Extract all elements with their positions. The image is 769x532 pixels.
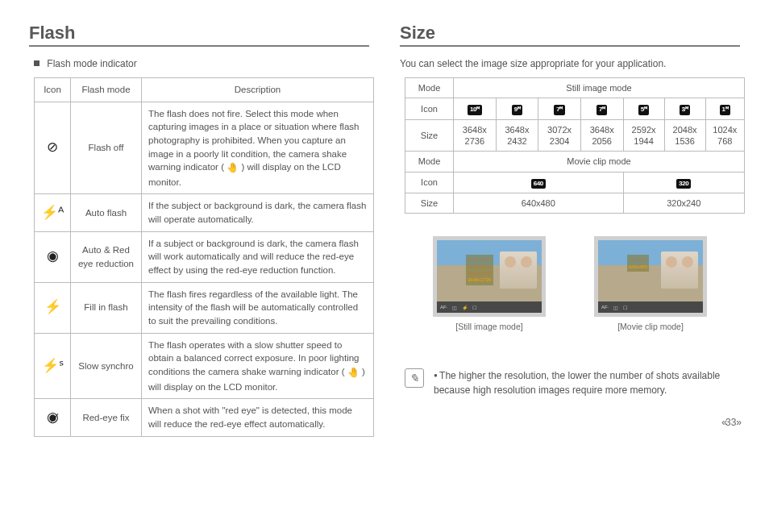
res-badge-3m: 3ᴹ [680, 105, 690, 114]
still-mode-preview: 3648x2056 3072x2304 3648x2432 3648x2736 … [433, 236, 546, 317]
fill-flash-icon: ⚡ [35, 282, 71, 333]
size-movie-title: Movie clip mode [454, 152, 745, 172]
size-cell: 3648x 2432 [496, 119, 538, 152]
res-badge-10m: 10ᴹ [468, 105, 481, 114]
size-intro: You can select the image size appropriat… [400, 58, 740, 69]
movie-preview-caption: [Movie clip mode] [617, 322, 684, 331]
size-cell: 2048x 1536 [664, 119, 705, 152]
table-row: ◉ Auto & Red eye reduction If a subject … [35, 231, 374, 282]
flash-intro-text: Flash mode indicator [47, 58, 136, 69]
redeye-fix-icon: ◉̷ [35, 399, 71, 436]
photo-thumbnail [661, 251, 698, 289]
auto-flash-desc: If the subject or background is dark, th… [142, 194, 374, 231]
size-label-icon-2: Icon [405, 172, 454, 193]
size-cell: 1024x 768 [705, 119, 744, 152]
table-row: ◉̷ Red-eye fix When a shot with "red eye… [35, 399, 374, 436]
auto-flash-mode: Auto flash [71, 194, 142, 231]
preview-bottombar: AF·◫☐ [598, 301, 703, 313]
table-row: ⚡ᴬ Auto flash If the subject or backgrou… [35, 194, 374, 231]
page-number: «33» [400, 417, 740, 428]
size-cell: 3648x 2736 [454, 119, 497, 152]
menu-item: 3648x2432 [468, 270, 492, 276]
movie-mode-preview: 320x240 640x480 AF·◫☐ [594, 236, 707, 317]
preview-bottombar: AF·◫⚡☐ [437, 301, 542, 313]
table-row: ⚡ˢ Slow synchro The flash operates with … [35, 333, 374, 398]
auto-redeye-desc: If a subject or background is dark, the … [142, 231, 374, 282]
size-table: Mode Still image mode Icon 10ᴹ 9ᴹ 7ᴹ 7ᴹ … [405, 77, 745, 214]
photo-thumbnail [500, 251, 537, 289]
table-row: ⚡ Fill in flash The flash fires regardle… [35, 282, 374, 333]
redeye-fix-desc: When a shot with "red eye" is detected, … [142, 399, 374, 436]
res-badge-9m: 9ᴹ [512, 105, 522, 114]
slow-synchro-mode: Slow synchro [71, 333, 142, 398]
menu-item-selected: 3648x2736 [468, 276, 492, 283]
res-badge-640: 640 [531, 179, 546, 189]
size-label-mode: Mode [405, 78, 454, 98]
redeye-fix-mode: Red-eye fix [71, 399, 142, 436]
res-badge-1m: 1ᴹ [720, 105, 730, 114]
flash-intro: Flash mode indicator [34, 58, 369, 69]
flash-off-desc: The flash does not fire. Select this mod… [142, 102, 374, 194]
size-label-size-2: Size [405, 193, 454, 213]
slow-synchro-icon: ⚡ˢ [35, 333, 71, 398]
fill-flash-mode: Fill in flash [71, 282, 142, 333]
note-text: The higher the resolution, the lower the… [434, 370, 720, 396]
table-row: ⊘ Flash off The flash does not fire. Sel… [35, 102, 374, 194]
menu-item: 320x240 [629, 256, 647, 263]
menu-item-selected: 640x480 [629, 264, 647, 270]
slow-synchro-desc: The flash operates with a slow shutter s… [142, 333, 374, 398]
auto-redeye-mode: Auto & Red eye reduction [71, 231, 142, 282]
size-cell: 320x240 [623, 193, 745, 213]
auto-flash-icon: ⚡ᴬ [35, 194, 71, 231]
size-cell: 3648x 2056 [580, 119, 623, 152]
camera-shake-icon: 🤚 [347, 367, 360, 378]
fill-flash-desc: The flash fires regardless of the availa… [142, 282, 374, 333]
size-label-mode-2: Mode [405, 152, 454, 172]
still-preview-caption: [Still image mode] [455, 322, 522, 331]
flash-off-icon: ⊘ [35, 102, 71, 194]
note-icon: ✎ [405, 368, 424, 388]
size-cell: 640x480 [454, 193, 624, 213]
size-label-size: Size [405, 119, 454, 152]
camera-shake-icon: 🤚 [227, 162, 239, 173]
flash-th-mode: Flash mode [71, 78, 142, 102]
flash-mode-table: Icon Flash mode Description ⊘ Flash off … [34, 77, 374, 437]
menu-item: 3648x2056 [468, 256, 492, 263]
size-still-title: Still image mode [454, 78, 745, 98]
note-box: ✎ The higher the resolution, the lower t… [405, 368, 740, 397]
auto-redeye-icon: ◉ [35, 231, 71, 282]
size-heading: Size [400, 23, 740, 47]
size-label-icon: Icon [405, 98, 454, 119]
res-badge-5m: 5ᴹ [638, 105, 649, 114]
res-badge-320: 320 [676, 179, 691, 189]
flash-heading: Flash [29, 23, 369, 47]
size-cell: 2592x 1944 [623, 119, 664, 152]
flash-th-icon: Icon [35, 78, 71, 102]
preview-row: 3648x2056 3072x2304 3648x2432 3648x2736 … [400, 236, 740, 331]
res-badge-7m-a: 7ᴹ [554, 105, 564, 114]
res-badge-7m-b: 7ᴹ [596, 105, 607, 114]
flash-th-desc: Description [142, 78, 374, 102]
size-cell: 3072x 2304 [538, 119, 581, 152]
flash-off-mode: Flash off [71, 102, 142, 194]
bullet-square-icon [34, 60, 39, 66]
menu-item: 3072x2304 [468, 264, 492, 270]
